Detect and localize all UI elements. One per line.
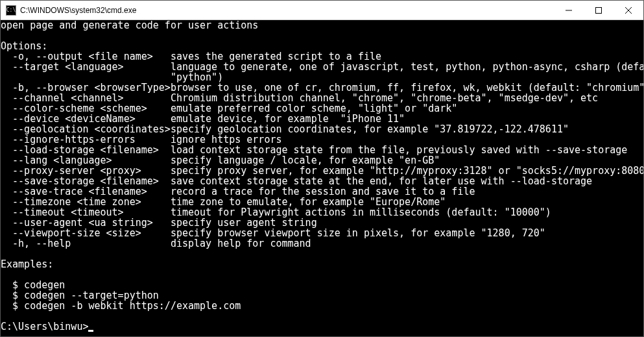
- maximize-button[interactable]: [584, 1, 614, 19]
- cursor: [88, 330, 93, 332]
- minimize-icon: [566, 7, 572, 14]
- close-button[interactable]: [614, 1, 643, 19]
- minimize-button[interactable]: [554, 1, 584, 19]
- window-title: C:\WINDOWS\system32\cmd.exe: [20, 6, 554, 15]
- svg-rect-1: [596, 7, 602, 13]
- terminal-output[interactable]: open page and generate code for user act…: [1, 20, 643, 336]
- window-controls: [554, 1, 643, 19]
- titlebar[interactable]: C:\ C:\WINDOWS\system32\cmd.exe: [1, 1, 643, 20]
- close-icon: [625, 7, 632, 14]
- window-frame: C:\ C:\WINDOWS\system32\cmd.exe open pag…: [0, 0, 644, 337]
- cmd-icon: C:\: [6, 5, 16, 16]
- maximize-icon: [595, 7, 602, 14]
